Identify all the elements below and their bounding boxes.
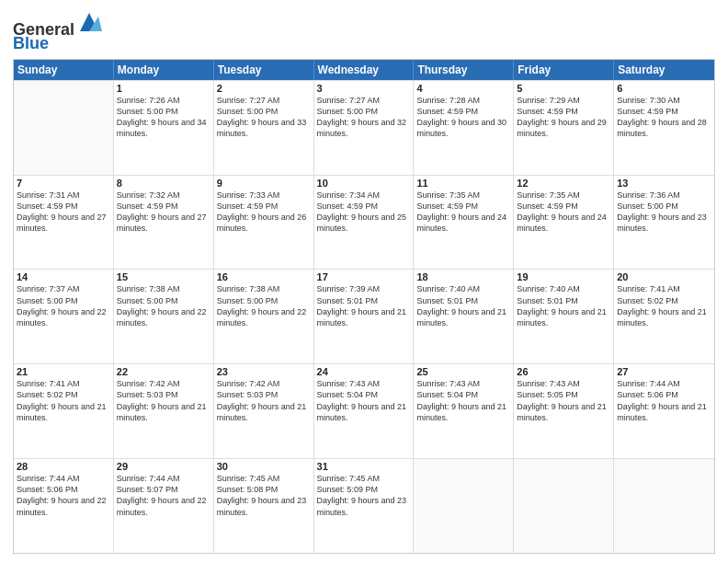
day-info: Sunrise: 7:45 AMSunset: 5:09 PMDaylight:…: [317, 473, 411, 518]
day-info: Sunrise: 7:44 AMSunset: 5:06 PMDaylight:…: [617, 378, 711, 423]
week-row-2: 7Sunrise: 7:31 AMSunset: 4:59 PMDaylight…: [14, 175, 714, 270]
day-info: Sunrise: 7:36 AMSunset: 5:00 PMDaylight:…: [617, 190, 711, 235]
day-cell-29: 29Sunrise: 7:44 AMSunset: 5:07 PMDayligh…: [114, 459, 214, 553]
day-cell-1: 1Sunrise: 7:26 AMSunset: 5:00 PMDaylight…: [114, 81, 214, 175]
day-number: 14: [17, 271, 110, 282]
day-info: Sunrise: 7:28 AMSunset: 4:59 PMDaylight:…: [416, 95, 510, 140]
day-number: 21: [17, 366, 110, 377]
day-number: 29: [117, 461, 210, 472]
day-cell-19: 19Sunrise: 7:40 AMSunset: 5:01 PMDayligh…: [514, 270, 614, 363]
day-number: 31: [317, 461, 411, 472]
day-info: Sunrise: 7:40 AMSunset: 5:01 PMDaylight:…: [416, 283, 510, 328]
day-number: 11: [416, 178, 510, 189]
day-cell-6: 6Sunrise: 7:30 AMSunset: 4:59 PMDaylight…: [614, 81, 714, 175]
day-number: 24: [317, 366, 411, 377]
day-info: Sunrise: 7:26 AMSunset: 5:00 PMDaylight:…: [117, 95, 210, 140]
day-cell-8: 8Sunrise: 7:32 AMSunset: 4:59 PMDaylight…: [114, 176, 214, 270]
day-cell-17: 17Sunrise: 7:39 AMSunset: 5:01 PMDayligh…: [314, 270, 415, 363]
day-number: 16: [217, 271, 311, 282]
day-cell-28: 28Sunrise: 7:44 AMSunset: 5:06 PMDayligh…: [14, 459, 114, 553]
day-cell-empty: [614, 459, 714, 553]
day-info: Sunrise: 7:39 AMSunset: 5:01 PMDaylight:…: [317, 283, 411, 328]
day-number: 25: [416, 366, 510, 377]
day-info: Sunrise: 7:38 AMSunset: 5:00 PMDaylight:…: [217, 283, 311, 328]
day-number: 27: [617, 366, 711, 377]
day-info: Sunrise: 7:30 AMSunset: 4:59 PMDaylight:…: [617, 95, 711, 140]
day-number: 2: [217, 83, 311, 94]
week-row-5: 28Sunrise: 7:44 AMSunset: 5:06 PMDayligh…: [14, 458, 714, 553]
day-info: Sunrise: 7:35 AMSunset: 4:59 PMDaylight:…: [517, 190, 610, 235]
day-info: Sunrise: 7:27 AMSunset: 5:00 PMDaylight:…: [317, 95, 411, 140]
day-number: 7: [17, 178, 110, 189]
header-monday: Monday: [114, 60, 214, 80]
calendar-header: Sunday Monday Tuesday Wednesday Thursday…: [14, 60, 714, 80]
day-cell-5: 5Sunrise: 7:29 AMSunset: 4:59 PMDaylight…: [514, 81, 614, 175]
day-info: Sunrise: 7:43 AMSunset: 5:04 PMDaylight:…: [416, 378, 510, 423]
day-cell-empty: [514, 459, 614, 553]
day-info: Sunrise: 7:29 AMSunset: 4:59 PMDaylight:…: [517, 95, 610, 140]
day-cell-10: 10Sunrise: 7:34 AMSunset: 4:59 PMDayligh…: [314, 176, 415, 270]
day-number: 1: [117, 83, 210, 94]
day-info: Sunrise: 7:38 AMSunset: 5:00 PMDaylight:…: [117, 283, 210, 328]
day-number: 15: [117, 271, 210, 282]
calendar-body: 1Sunrise: 7:26 AMSunset: 5:00 PMDaylight…: [14, 80, 714, 553]
day-info: Sunrise: 7:43 AMSunset: 5:04 PMDaylight:…: [317, 378, 411, 423]
day-cell-20: 20Sunrise: 7:41 AMSunset: 5:02 PMDayligh…: [614, 270, 714, 363]
day-info: Sunrise: 7:40 AMSunset: 5:01 PMDaylight:…: [517, 283, 610, 328]
day-cell-2: 2Sunrise: 7:27 AMSunset: 5:00 PMDaylight…: [214, 81, 314, 175]
day-cell-30: 30Sunrise: 7:45 AMSunset: 5:08 PMDayligh…: [214, 459, 314, 553]
day-cell-24: 24Sunrise: 7:43 AMSunset: 5:04 PMDayligh…: [314, 364, 415, 458]
day-cell-empty: [414, 459, 514, 553]
day-number: 9: [217, 178, 311, 189]
day-cell-18: 18Sunrise: 7:40 AMSunset: 5:01 PMDayligh…: [414, 270, 514, 363]
day-number: 30: [217, 461, 311, 472]
day-info: Sunrise: 7:42 AMSunset: 5:03 PMDaylight:…: [117, 378, 210, 423]
day-number: 20: [617, 271, 711, 282]
day-number: 17: [317, 271, 411, 282]
day-info: Sunrise: 7:42 AMSunset: 5:03 PMDaylight:…: [217, 378, 311, 423]
header-thursday: Thursday: [414, 60, 514, 80]
day-info: Sunrise: 7:34 AMSunset: 4:59 PMDaylight:…: [317, 190, 411, 235]
day-number: 8: [117, 178, 210, 189]
day-number: 19: [517, 271, 610, 282]
day-info: Sunrise: 7:44 AMSunset: 5:07 PMDaylight:…: [117, 473, 210, 518]
day-info: Sunrise: 7:43 AMSunset: 5:05 PMDaylight:…: [517, 378, 610, 423]
day-info: Sunrise: 7:33 AMSunset: 4:59 PMDaylight:…: [217, 190, 311, 235]
day-cell-9: 9Sunrise: 7:33 AMSunset: 4:59 PMDaylight…: [214, 176, 314, 270]
logo-icon: [76, 9, 102, 35]
header-friday: Friday: [514, 60, 614, 80]
day-number: 28: [17, 461, 110, 472]
day-cell-23: 23Sunrise: 7:42 AMSunset: 5:03 PMDayligh…: [214, 364, 314, 458]
day-number: 26: [517, 366, 610, 377]
day-number: 6: [617, 83, 711, 94]
header: General Blue: [13, 9, 715, 53]
day-cell-12: 12Sunrise: 7:35 AMSunset: 4:59 PMDayligh…: [514, 176, 614, 270]
day-cell-31: 31Sunrise: 7:45 AMSunset: 5:09 PMDayligh…: [314, 459, 415, 553]
day-cell-21: 21Sunrise: 7:41 AMSunset: 5:02 PMDayligh…: [14, 364, 114, 458]
day-cell-empty: [14, 81, 114, 175]
page-container: General Blue Sunday Monday Tuesday Wedne…: [0, 0, 728, 563]
day-cell-27: 27Sunrise: 7:44 AMSunset: 5:06 PMDayligh…: [614, 364, 714, 458]
day-info: Sunrise: 7:45 AMSunset: 5:08 PMDaylight:…: [217, 473, 311, 518]
header-wednesday: Wednesday: [314, 60, 415, 80]
logo: General Blue: [13, 9, 102, 53]
day-number: 10: [317, 178, 411, 189]
day-number: 23: [217, 366, 311, 377]
day-cell-14: 14Sunrise: 7:37 AMSunset: 5:00 PMDayligh…: [14, 270, 114, 363]
day-number: 12: [517, 178, 610, 189]
day-info: Sunrise: 7:37 AMSunset: 5:00 PMDaylight:…: [17, 283, 110, 328]
day-info: Sunrise: 7:31 AMSunset: 4:59 PMDaylight:…: [17, 190, 110, 235]
day-number: 4: [416, 83, 510, 94]
week-row-3: 14Sunrise: 7:37 AMSunset: 5:00 PMDayligh…: [14, 269, 714, 363]
day-cell-13: 13Sunrise: 7:36 AMSunset: 5:00 PMDayligh…: [614, 176, 714, 270]
day-cell-26: 26Sunrise: 7:43 AMSunset: 5:05 PMDayligh…: [514, 364, 614, 458]
day-cell-15: 15Sunrise: 7:38 AMSunset: 5:00 PMDayligh…: [114, 270, 214, 363]
day-number: 18: [416, 271, 510, 282]
day-number: 22: [117, 366, 210, 377]
calendar: Sunday Monday Tuesday Wednesday Thursday…: [13, 59, 715, 554]
day-info: Sunrise: 7:41 AMSunset: 5:02 PMDaylight:…: [617, 283, 711, 328]
header-sunday: Sunday: [14, 60, 114, 80]
header-saturday: Saturday: [614, 60, 714, 80]
day-cell-3: 3Sunrise: 7:27 AMSunset: 5:00 PMDaylight…: [314, 81, 415, 175]
day-cell-16: 16Sunrise: 7:38 AMSunset: 5:00 PMDayligh…: [214, 270, 314, 363]
